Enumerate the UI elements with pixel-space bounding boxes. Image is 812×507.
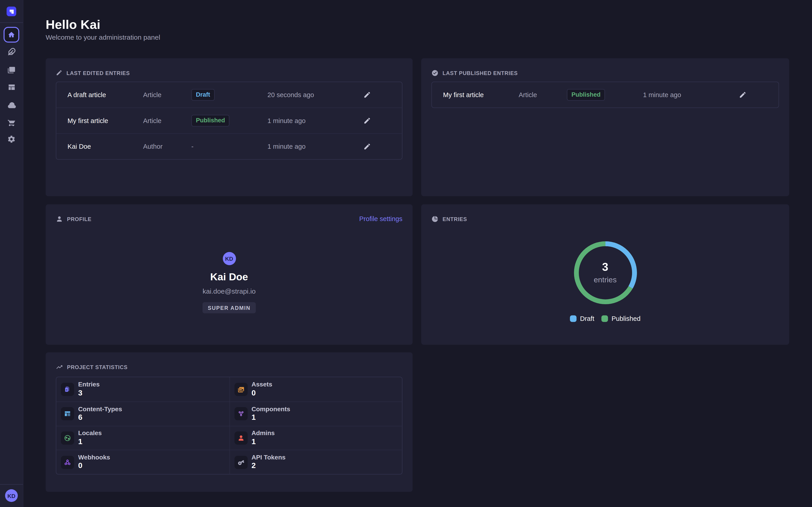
edit-entry-button[interactable] (363, 117, 371, 125)
documents-icon-glyph (64, 386, 71, 393)
check-circle-icon (432, 69, 439, 76)
cloud-icon (7, 101, 16, 110)
sidebar-item-home[interactable] (4, 27, 19, 43)
edit-entry-button[interactable] (363, 91, 371, 99)
entry-type: Author (143, 143, 163, 150)
sidebar-item-content-manager[interactable] (0, 46, 23, 58)
entry-time: 20 seconds ago (267, 91, 314, 99)
feather-icon (7, 47, 16, 56)
profile-initials: KD (225, 256, 233, 262)
key-icon (234, 456, 247, 469)
entry-type: Article (143, 91, 161, 99)
globe-icon-glyph (64, 435, 71, 442)
stat-entries: Entries3 (56, 377, 229, 401)
stat-assets: Assets0 (229, 377, 402, 401)
documents-icon (61, 383, 74, 396)
stats-table: Entries3 Assets0 Content-Types6 Componen… (56, 377, 403, 474)
sidebar-item-settings[interactable] (0, 133, 23, 145)
sidebar-user-initials: KD (7, 493, 15, 499)
pencil-icon (363, 143, 371, 150)
stat-value: 3 (78, 388, 100, 398)
last-published-entries-header: LAST PUBLISHED ENTRIES (432, 69, 518, 76)
pencil-icon (363, 91, 371, 99)
sidebar-divider (0, 22, 23, 23)
entry-type: Article (519, 91, 537, 99)
globe-icon (61, 431, 74, 445)
user-icon-glyph (237, 435, 245, 442)
stat-components: Components1 (229, 401, 402, 426)
last-edited-entries-header: LAST EDITED ENTRIES (56, 69, 130, 76)
profile-card: PROFILE Profile settings KD Kai Doe kai.… (46, 205, 413, 345)
sidebar: KD (0, 0, 23, 507)
profile-header: PROFILE (56, 215, 92, 223)
card-title: PROFILE (67, 216, 92, 222)
stat-value: 6 (78, 412, 122, 422)
sidebar-bottom-divider (0, 484, 23, 485)
donut-center-label: 3 entries (572, 239, 639, 306)
webhook-icon (61, 456, 74, 469)
layout-icon-glyph (64, 410, 71, 417)
entry-time: 1 minute ago (267, 117, 306, 125)
sidebar-item-cloud[interactable] (0, 99, 23, 111)
card-title: LAST PUBLISHED ENTRIES (443, 70, 518, 76)
sidebar-item-marketplace[interactable] (0, 116, 23, 128)
last-edited-entries-card: LAST EDITED ENTRIES A draft article Arti… (46, 58, 413, 196)
edit-entry-button[interactable] (739, 91, 747, 99)
profile-role-badge: SUPER ADMIN (203, 302, 256, 314)
stat-api-tokens: API Tokens2 (229, 450, 402, 474)
table-row: A draft article Article Draft 20 seconds… (56, 82, 402, 108)
stat-label: Locales (78, 430, 102, 437)
gear-icon (7, 134, 16, 143)
sidebar-item-media-library[interactable] (0, 63, 23, 75)
entries-unit: entries (594, 275, 616, 284)
published-swatch (601, 316, 608, 322)
trending-up-icon (56, 363, 63, 371)
stat-content-types: Content-Types6 (56, 401, 229, 426)
status-badge: Draft (191, 89, 215, 101)
entries-total: 3 (602, 262, 608, 273)
stat-label: Webhooks (78, 454, 110, 461)
stat-webhooks: Webhooks0 (56, 450, 229, 474)
status-badge: Published (567, 89, 605, 101)
entry-name: My first article (67, 117, 108, 125)
entry-time: 1 minute ago (267, 143, 306, 150)
stat-value: 1 (78, 437, 102, 446)
page-title: Hello Kai (46, 17, 101, 32)
images-icon (234, 383, 247, 396)
stat-label: Entries (78, 381, 100, 388)
profile-name: Kai Doe (210, 271, 248, 283)
user-icon (234, 431, 247, 445)
table-row: My first article Article Published 1 min… (56, 108, 402, 133)
edit-entry-button[interactable] (363, 143, 371, 150)
shapes-icon (234, 407, 247, 420)
pencil-icon (739, 91, 747, 99)
sidebar-user-avatar[interactable]: KD (5, 489, 18, 502)
pencil-icon (56, 69, 62, 76)
stat-value: 0 (78, 461, 110, 470)
images-icon-glyph (237, 386, 245, 393)
strapi-logo-icon (8, 8, 14, 14)
strapi-logo[interactable] (6, 6, 16, 16)
stat-admins: Admins1 (229, 426, 402, 450)
layout-icon (61, 407, 74, 420)
entry-name: My first article (443, 91, 484, 99)
entry-type: Article (143, 117, 161, 125)
project-statistics-header: PROJECT STATISTICS (56, 363, 128, 371)
table-row: Kai Doe Author - 1 minute ago (56, 133, 402, 159)
strapi-admin-dashboard: KD Hello Kai Welcome to your administrat… (0, 0, 812, 507)
profile-settings-link[interactable]: Profile settings (359, 215, 402, 223)
webhook-icon-glyph (64, 459, 71, 466)
legend-item-draft: Draft (570, 315, 594, 323)
last-edited-table: A draft article Article Draft 20 seconds… (56, 81, 403, 160)
sidebar-item-content-type-builder[interactable] (0, 81, 23, 93)
page-subtitle: Welcome to your administration panel (46, 34, 160, 41)
status-empty: - (191, 143, 194, 150)
legend-item-published: Published (601, 315, 640, 323)
layout-icon (7, 83, 15, 91)
table-row: My first article Article Published 1 min… (432, 82, 779, 108)
shapes-icon-glyph (237, 410, 245, 417)
pencil-icon (363, 117, 371, 125)
stat-value: 0 (252, 388, 272, 398)
entry-time: 1 minute ago (643, 91, 681, 99)
stat-label: Assets (252, 381, 272, 388)
